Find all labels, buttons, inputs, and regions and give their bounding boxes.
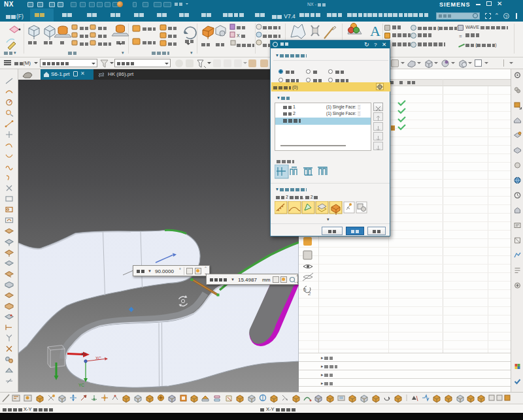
svg-text:ZC: ZC (81, 352, 87, 356)
svg-text:XC: XC (95, 356, 101, 361)
svg-text:YC: YC (78, 383, 84, 387)
svg-text:A: A (370, 23, 380, 39)
